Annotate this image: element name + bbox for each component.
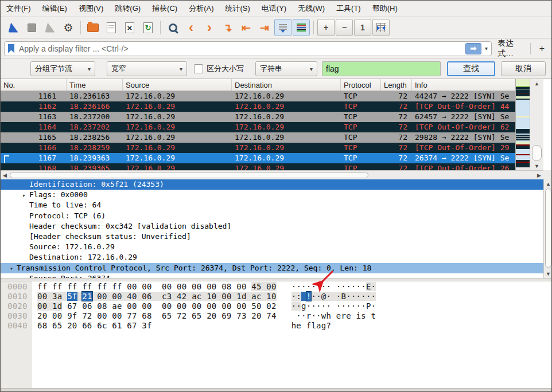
detail-line[interactable]: Time to live: 64 — [1, 200, 543, 210]
menu-item-f[interactable]: 文件(F) — [1, 1, 37, 17]
zoom-out-icon[interactable]: − — [336, 19, 353, 36]
column-header-destination[interactable]: Destination — [232, 79, 341, 91]
packet-row-1162[interactable]: 116218.236166172.16.0.29172.16.0.29TCP72… — [1, 101, 515, 112]
packet-list-vscrollbar[interactable]: ▲ ▼ — [530, 79, 543, 170]
expander-right-icon[interactable]: ▸ — [19, 190, 29, 201]
menu-item-t[interactable]: 工具(T) — [331, 1, 367, 17]
intelligent-scrollbar-minimap[interactable] — [515, 79, 530, 170]
packet-length: 72 — [381, 132, 412, 143]
detail-line[interactable]: ▸Flags: 0x0000 — [1, 190, 543, 200]
apply-filter-icon[interactable]: ➡ — [465, 43, 481, 54]
search-scope-combo[interactable]: 分组字节流 ▾ — [30, 61, 95, 76]
go-back-icon[interactable]: ‹ — [182, 19, 200, 36]
add-filter-button[interactable]: + — [536, 44, 548, 54]
colorize-icon[interactable] — [293, 19, 310, 36]
menu-item-w[interactable]: 无线(W) — [292, 1, 331, 17]
packet-list-hscrollbar[interactable]: ◀ ▶ — [1, 170, 543, 179]
reload-file-icon[interactable]: ↻ — [139, 19, 157, 36]
packet-length: 72 — [381, 163, 412, 170]
capture-options-icon[interactable]: ⚙ — [60, 19, 77, 36]
minimap-stripe — [516, 79, 530, 86]
capture-restart-icon[interactable] — [41, 19, 59, 36]
packet-no: 1161 — [1, 91, 67, 101]
go-to-packet-icon[interactable]: ↴ — [219, 19, 236, 36]
char-width-combo[interactable]: 宽窄 ▾ — [107, 61, 187, 76]
file-save-icon[interactable] — [103, 19, 120, 36]
case-sensitive-option[interactable]: 区分大小写 — [194, 64, 244, 74]
packet-row-1167[interactable]: 116718.239363172.16.0.29172.16.0.29TCP72… — [1, 153, 515, 163]
go-first-packet-icon[interactable]: ⇤ — [238, 19, 255, 36]
packet-row-1163[interactable]: 116318.237200172.16.0.29172.16.0.29TCP72… — [1, 112, 515, 122]
menu-item-h[interactable]: 帮助(H) — [367, 1, 403, 17]
packet-row-1168[interactable]: 116818.239365172.16.0.29172.16.0.29TCP72… — [1, 163, 515, 170]
detail-line[interactable]: Protocol: TCP (6) — [1, 211, 543, 221]
scrollbar-thumb[interactable] — [545, 189, 551, 268]
search-input[interactable] — [322, 61, 441, 76]
cancel-button[interactable]: 取消 — [501, 61, 546, 76]
packet-row-1161[interactable]: 116118.236163172.16.0.29172.16.0.29TCP72… — [1, 91, 515, 101]
find-packet-icon[interactable] — [164, 19, 181, 36]
detail-line[interactable]: Source: 172.16.0.29 — [1, 242, 543, 252]
menu-item-a[interactable]: 分析(A) — [183, 1, 219, 17]
hex-bytes: 00 00 40 06 c3 42 ac 10 00 1d ac 10 — [92, 292, 277, 301]
detail-line[interactable]: Identification: 0x5f21 (24353) — [1, 179, 543, 190]
hex-row[interactable]: 0010 00 3a 5f 21 00 00 40 06 c3 42 ac 10… — [1, 292, 551, 301]
go-forward-icon[interactable]: › — [201, 19, 218, 36]
hex-bytes: 20 00 9f 72 00 00 77 68 65 72 65 20 69 7… — [28, 311, 376, 320]
scroll-left-icon[interactable]: ◀ — [1, 171, 9, 179]
filter-bookmark-icon[interactable] — [8, 44, 14, 53]
hex-row[interactable]: 0030 20 00 9f 72 00 00 77 68 65 72 65 20… — [1, 311, 551, 321]
file-open-icon[interactable] — [84, 19, 102, 36]
column-header-no[interactable]: No. — [1, 79, 67, 91]
scroll-down-icon[interactable]: ▼ — [530, 162, 543, 170]
zoom-original-icon[interactable]: 1 — [354, 19, 371, 36]
detail-line[interactable]: Header checksum: 0xc342 [validation disa… — [1, 221, 543, 232]
resize-columns-icon[interactable] — [372, 19, 390, 36]
menu-item-y[interactable]: 电话(Y) — [256, 1, 292, 17]
zoom-in-icon[interactable]: + — [317, 19, 335, 36]
capture-stop-icon[interactable] — [23, 19, 40, 36]
detail-line[interactable]: [Header checksum status: Unverified] — [1, 232, 543, 242]
capture-start-icon[interactable] — [5, 19, 22, 36]
expression-button[interactable]: 表达式… — [497, 38, 525, 59]
packet-row-1164[interactable]: 116418.237202172.16.0.29172.16.0.29TCP72… — [1, 122, 515, 132]
detail-line[interactable]: ▾Transmission Control Protocol, Src Port… — [1, 263, 543, 273]
scroll-right-icon[interactable]: ▶ — [535, 171, 543, 179]
menu-item-e[interactable]: 编辑(E) — [37, 1, 73, 17]
packet-detail-pane: Identification: 0x5f21 (24353)▸Flags: 0x… — [1, 179, 543, 278]
filter-history-caret-icon[interactable]: ▾ — [485, 45, 488, 52]
display-filter-field[interactable]: ➡ ▾ — [4, 41, 492, 56]
menu-item-s[interactable]: 统计(S) — [219, 1, 255, 17]
scroll-up-icon[interactable]: ▲ — [544, 179, 552, 188]
file-close-icon[interactable]: × — [121, 19, 138, 36]
hex-bytes: 68 65 20 66 6c 61 67 3f he flag? — [28, 321, 331, 330]
column-header-source[interactable]: Source — [123, 79, 232, 91]
scrollbar-thumb[interactable] — [10, 172, 368, 178]
packet-row-1165[interactable]: 116518.238256172.16.0.29172.16.0.29TCP72… — [1, 132, 515, 143]
hex-dump-pane[interactable]: 0000 ff ff ff ff ff ff 00 00 00 00 00 00… — [1, 281, 551, 391]
packet-list-header[interactable]: No.TimeSourceDestinationProtocolLengthIn… — [1, 79, 515, 91]
column-header-time[interactable]: Time — [67, 79, 123, 91]
search-type-combo[interactable]: 字符串 ▾ — [255, 61, 317, 76]
scroll-up-icon[interactable]: ▲ — [530, 79, 543, 88]
expander-down-icon[interactable]: ▾ — [6, 264, 17, 274]
display-filter-input[interactable] — [18, 44, 465, 54]
detail-line[interactable]: Destination: 172.16.0.29 — [1, 252, 543, 262]
hex-row[interactable]: 0040 68 65 20 66 6c 61 67 3f he flag? — [1, 321, 551, 331]
scroll-down-icon[interactable]: ▼ — [544, 269, 552, 278]
case-sensitive-checkbox[interactable] — [194, 64, 203, 73]
menu-item-v[interactable]: 视图(V) — [73, 1, 109, 17]
hex-row[interactable]: 0000 ff ff ff ff ff ff 00 00 00 00 00 00… — [1, 282, 551, 292]
menu-item-g[interactable]: 跳转(G) — [109, 1, 146, 17]
detail-vscrollbar[interactable]: ▲ ▼ — [543, 179, 552, 278]
column-header-info[interactable]: Info — [412, 79, 515, 91]
column-header-length[interactable]: Length — [381, 79, 412, 91]
menu-item-c[interactable]: 捕获(C) — [146, 1, 183, 17]
find-button[interactable]: 查找 — [447, 61, 495, 76]
scrollbar-thumb[interactable] — [532, 145, 542, 161]
packet-row-1166[interactable]: 116618.238259172.16.0.29172.16.0.29TCP72… — [1, 143, 515, 153]
go-last-packet-icon[interactable]: ⇥ — [256, 19, 273, 36]
column-header-protocol[interactable]: Protocol — [341, 79, 381, 91]
hex-row[interactable]: 0020 00 1d 67 06 08 ae 00 00 00 00 00 00… — [1, 301, 551, 311]
autoscroll-icon[interactable] — [274, 19, 291, 36]
